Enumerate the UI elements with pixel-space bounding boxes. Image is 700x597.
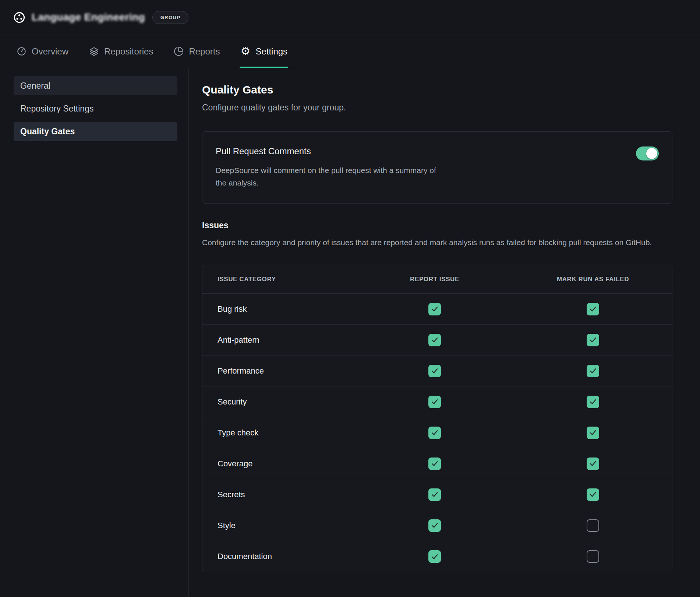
tab-label: Reports [189,46,220,57]
issue-category-label: Coverage [202,459,356,469]
check-icon [431,336,439,344]
check-icon [589,367,597,375]
table-row: Security [202,386,672,417]
group-nav-tabs: Overview Repositories Reports ⚙ Settings [0,35,700,68]
group-title: Language Engineering [32,11,145,23]
report-issue-checkbox[interactable] [428,488,441,501]
column-header-issue-category: Issue category [202,276,356,283]
table-row: Bug risk [202,294,672,325]
main-content: Quality Gates Configure quality gates fo… [189,68,700,597]
table-row: Type check [202,417,672,448]
mark-run-as-failed-checkbox[interactable] [587,303,599,315]
page-body: General Repository Settings Quality Gate… [0,68,700,597]
check-icon [589,305,597,313]
sidebar-item-quality-gates[interactable]: Quality Gates [14,122,177,141]
table-row: Secrets [202,479,672,510]
tab-overview[interactable]: Overview [17,35,68,68]
mark-run-as-failed-checkbox[interactable] [587,396,599,408]
pull-request-comments-card: Pull Request Comments DeepSource will co… [202,131,672,204]
mark-run-as-failed-checkbox[interactable] [587,550,599,563]
gear-icon: ⚙ [240,46,250,57]
top-bar: Language Engineering GROUP [0,0,700,35]
gauge-icon [17,46,26,56]
table-row: Documentation [202,541,672,572]
mark-run-as-failed-checkbox[interactable] [587,519,599,532]
table-row: Performance [202,356,672,386]
toggle-knob [646,148,657,159]
card-title: Pull Request Comments [216,146,448,157]
issue-category-label: Security [202,397,356,407]
check-icon [589,336,597,344]
issue-category-label: Documentation [202,552,356,561]
table-row: Coverage [202,448,672,479]
check-icon [431,428,439,437]
sidebar-item-label: Repository Settings [20,104,93,114]
report-issue-checkbox[interactable] [428,396,441,408]
mark-run-as-failed-checkbox[interactable] [587,365,599,377]
page-subtitle: Configure quality gates for your group. [202,102,672,113]
issue-category-label: Bug risk [202,304,356,314]
issues-section-description: Configure the category and priority of i… [202,235,672,250]
tab-label: Overview [32,46,68,57]
group-logo-icon [13,11,25,24]
layers-icon [89,46,99,56]
tab-settings[interactable]: ⚙ Settings [240,35,287,68]
report-issue-checkbox[interactable] [428,519,441,532]
sidebar-item-label: Quality Gates [20,127,75,137]
report-issue-checkbox[interactable] [428,334,441,346]
card-text: Pull Request Comments DeepSource will co… [216,146,448,189]
tab-repositories[interactable]: Repositories [89,35,153,68]
issues-table-rows: Bug risk Anti-pattern [202,294,672,572]
issues-table: Issue category Report issue Mark run as … [202,265,672,572]
quality-gates-settings-page: Language Engineering GROUP Overview Repo… [0,0,700,597]
report-issue-checkbox[interactable] [428,427,441,439]
group-badge: GROUP [152,11,189,24]
sidebar-item-label: General [20,81,50,91]
mark-run-as-failed-checkbox[interactable] [587,458,599,470]
check-icon [431,459,439,468]
table-row: Style [202,510,672,541]
sidebar-item-general[interactable]: General [14,76,177,95]
table-row: Anti-pattern [202,325,672,356]
report-issue-checkbox[interactable] [428,550,441,563]
column-header-report-issue: Report issue [356,276,514,283]
mark-run-as-failed-checkbox[interactable] [587,334,599,346]
report-issue-checkbox[interactable] [428,303,441,315]
report-issue-checkbox[interactable] [428,365,441,377]
check-icon [589,428,597,437]
issue-category-label: Anti-pattern [202,335,356,345]
sidebar-item-repository-settings[interactable]: Repository Settings [14,99,177,118]
settings-sidebar: General Repository Settings Quality Gate… [0,68,189,597]
tab-label: Repositories [104,46,153,57]
check-icon [431,367,439,375]
column-header-mark-run-as-failed: Mark run as failed [514,276,672,283]
issue-category-label: Type check [202,428,356,438]
card-description: DeepSource will comment on the pull requ… [216,164,448,189]
issue-category-label: Performance [202,366,356,376]
issues-table-header: Issue category Report issue Mark run as … [202,265,672,294]
pie-chart-icon [174,46,184,56]
check-icon [431,490,439,499]
mark-run-as-failed-checkbox[interactable] [587,427,599,439]
mark-run-as-failed-checkbox[interactable] [587,488,599,501]
tab-label: Settings [255,46,287,57]
issue-category-label: Secrets [202,490,356,499]
check-icon [589,398,597,406]
page-title: Quality Gates [202,83,672,97]
tab-reports[interactable]: Reports [174,35,220,68]
check-icon [431,521,439,530]
check-icon [431,398,439,406]
report-issue-checkbox[interactable] [428,458,441,470]
check-icon [431,305,439,313]
check-icon [431,552,439,561]
check-icon [589,490,597,499]
check-icon [589,459,597,468]
issues-section-title: Issues [202,220,672,231]
pull-request-comments-toggle[interactable] [636,146,659,160]
issue-category-label: Style [202,521,356,530]
